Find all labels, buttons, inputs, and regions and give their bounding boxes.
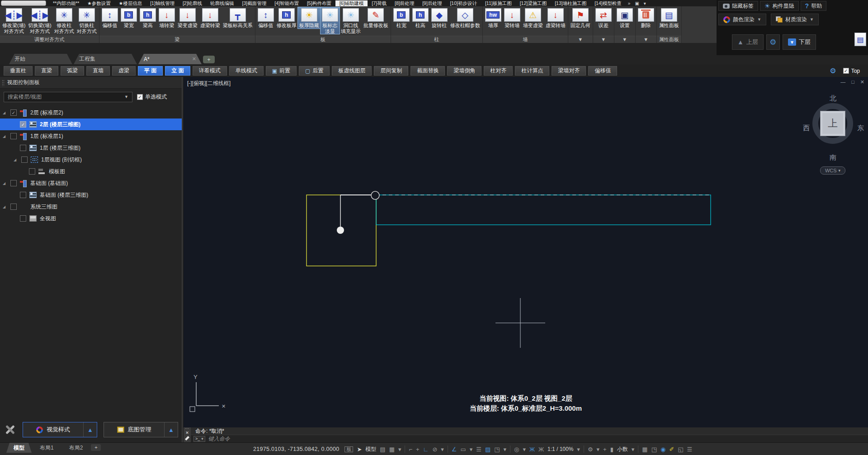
- drawing-canvas[interactable]: Y ✕ [-][俯视][二维线框] — □ ✕ 北 南 西 东 上 WCS▾ 当…: [184, 77, 868, 427]
- floor-settings-gear-icon[interactable]: ⚙: [766, 34, 780, 50]
- single-select-checkbox[interactable]: ✓单选模式: [137, 93, 167, 101]
- wrench-icon[interactable]: [185, 436, 189, 441]
- isolate-objects-icon[interactable]: ◉: [660, 446, 665, 452]
- tree-item-story1-sectionview[interactable]: ◢1层视图 (剖切框): [0, 154, 182, 166]
- minimize-icon[interactable]: —: [840, 79, 845, 85]
- new-tab-button[interactable]: +: [203, 56, 215, 63]
- beam-width-button[interactable]: b梁宽: [119, 7, 138, 28]
- straight-beam-button[interactable]: 直梁: [35, 66, 58, 76]
- toggle-column-align-button[interactable]: ✳切换柱 对齐方式: [75, 7, 98, 34]
- node-grip-point[interactable]: [337, 227, 344, 234]
- upper-floor-button[interactable]: ▲上层: [732, 34, 764, 50]
- object-snap-icon[interactable]: ∠: [452, 446, 457, 452]
- tree-item-story2-3dview[interactable]: 2层 (楼层三维图): [0, 118, 182, 130]
- tree-checkbox[interactable]: [10, 133, 17, 139]
- toolbar-gear-icon[interactable]: ⚙: [830, 66, 836, 75]
- tools-icon[interactable]: [4, 423, 16, 436]
- menu-component-layout[interactable]: [5]构件布置: [303, 0, 335, 6]
- chevron-down-icon[interactable]: ▾: [470, 446, 473, 452]
- beam-wall-align-button[interactable]: 梁墙对齐: [552, 66, 586, 76]
- tab-project-set[interactable]: 工程集: [74, 54, 137, 64]
- tree-item-system-3d[interactable]: ◢系统三维图: [0, 201, 182, 213]
- fixed-geometry-dropdown-icon[interactable]: ▼: [568, 36, 593, 43]
- tree-item-full-view[interactable]: 全视图: [0, 213, 182, 224]
- tree-item-foundation-3dview[interactable]: 基础面 (楼层三维图): [0, 189, 182, 201]
- menu-preliminary[interactable]: [10]初步设计: [446, 0, 481, 6]
- tree-checkbox[interactable]: [10, 109, 17, 116]
- menu-load[interactable]: [7]荷载: [368, 0, 391, 6]
- menu-outline-edit[interactable]: 轮廓线编辑: [206, 0, 238, 6]
- menu-outline[interactable]: [2]轮廓线: [179, 0, 206, 6]
- tab-layout2[interactable]: 布局2: [62, 443, 90, 453]
- slab-thickness-hide-button[interactable]: ☀板厚隐藏: [298, 7, 321, 28]
- menu-model-check[interactable]: [14]模型检查: [590, 0, 626, 6]
- tree-item-foundation[interactable]: ◢基础面 (基础面): [0, 177, 182, 189]
- calculator-icon[interactable]: ▦: [642, 446, 647, 452]
- slab-dashed-layer-button[interactable]: 板虚线图层: [332, 66, 372, 76]
- annotation-auto-scale-icon[interactable]: Ж: [538, 446, 544, 452]
- tree-item-story2[interactable]: ◢2层 (标准层2): [0, 107, 182, 118]
- beam-to-wall-button[interactable]: ↓梁转墙: [503, 7, 522, 28]
- slab-offset-button[interactable]: ↕偏移值: [256, 7, 275, 28]
- tree-checkbox[interactable]: [10, 180, 17, 186]
- expander-icon[interactable]: ◢: [3, 205, 7, 209]
- tree-item-story1[interactable]: ◢1层 (标准层1): [0, 130, 182, 142]
- tree-checkbox[interactable]: [20, 121, 26, 128]
- tab-current-document[interactable]: A*✕: [138, 54, 202, 64]
- arc-beam-button[interactable]: 弧梁: [61, 66, 84, 76]
- crosshair-toggle-icon[interactable]: +: [603, 446, 607, 452]
- snap-mode-icon[interactable]: ⌐: [409, 446, 412, 452]
- expand-up-icon[interactable]: ▲: [164, 422, 178, 437]
- wcs-dropdown[interactable]: WCS▾: [820, 166, 845, 175]
- close-icon[interactable]: ✕: [860, 79, 864, 85]
- column-calc-point-button[interactable]: 柱计算点: [515, 66, 549, 76]
- expander-icon[interactable]: ◢: [14, 158, 18, 162]
- color-render-dropdown[interactable]: 颜色渲染▼: [718, 14, 766, 25]
- column-height-button[interactable]: h柱高: [411, 7, 430, 28]
- compass-west[interactable]: 西: [803, 124, 810, 133]
- modify-slab-thickness-button[interactable]: h修改板厚: [275, 7, 298, 28]
- chevron-down-icon[interactable]: ▾: [577, 446, 580, 452]
- ortho-mode-icon[interactable]: ∟: [423, 446, 429, 452]
- clean-screen-icon[interactable]: ✐: [669, 446, 674, 452]
- grid-display-icon[interactable]: ▤: [380, 446, 385, 452]
- menu-story-info[interactable]: ★楼层信息: [115, 0, 146, 6]
- single-line-mode-button[interactable]: 单线模式: [229, 66, 264, 76]
- modify-column-align-button[interactable]: ✳修改柱 对齐方式: [53, 7, 75, 34]
- expand-up-icon[interactable]: ▲: [83, 422, 97, 437]
- send-back-button[interactable]: ▢后置: [299, 66, 330, 76]
- tolerance-button[interactable]: ⇄误差: [594, 7, 613, 28]
- view-cube-compass[interactable]: 北 南 西 东 上 WCS▾: [802, 94, 863, 175]
- tree-checkbox[interactable]: [10, 204, 17, 210]
- search-view-combo[interactable]: 搜索楼层/视图▼: [4, 92, 132, 102]
- beam-offset-button[interactable]: ↕偏移值: [100, 7, 119, 28]
- modify-beam-align-button[interactable]: ◀┊▶修改梁(墙) 对齐方式: [1, 7, 27, 34]
- close-icon[interactable]: ✕: [192, 56, 196, 62]
- new-layout-button[interactable]: +: [91, 444, 101, 451]
- menu-params[interactable]: ★参数设置: [83, 0, 114, 6]
- compass-south[interactable]: 南: [830, 153, 836, 162]
- delete-button[interactable]: 删除: [637, 7, 656, 28]
- menu-overflow-icon[interactable]: »: [626, 1, 633, 6]
- virtual-to-wall-button[interactable]: ↓虚梁转墙: [544, 7, 567, 28]
- menu-section[interactable]: [3]截面管理: [238, 0, 271, 6]
- hatch-display-icon[interactable]: ▨: [485, 446, 491, 452]
- grid-snap-icon[interactable]: ▦: [389, 446, 395, 452]
- viewport-controls[interactable]: [-][俯视][二维线框]: [187, 80, 231, 87]
- material-render-dropdown[interactable]: 材质渲染▼: [771, 14, 819, 25]
- section-replace-button[interactable]: 截面替换: [410, 66, 445, 76]
- maximize-icon[interactable]: □: [851, 79, 854, 85]
- tree-item-story1-3dview[interactable]: 1层 (楼层三维图): [0, 142, 182, 154]
- compass-east[interactable]: 东: [857, 124, 864, 133]
- property-panel-flyout-icon[interactable]: ▤: [854, 33, 866, 46]
- lock-ui-icon[interactable]: ◳: [651, 446, 657, 452]
- lower-floor-button[interactable]: ▼下层: [783, 34, 816, 50]
- settings-dropdown-icon[interactable]: ▼: [614, 36, 635, 43]
- column-cap-params-button[interactable]: ◇修改柱帽参数: [449, 7, 481, 28]
- tree-checkbox[interactable]: [29, 168, 35, 175]
- menu-axis[interactable]: [1]轴线管理: [146, 0, 179, 6]
- chevron-down-icon[interactable]: ▾: [632, 446, 635, 452]
- menu-wallcol-drawing[interactable]: [13]墙柱施工图: [551, 0, 590, 6]
- slab-lock-icon[interactable]: 板: [344, 446, 353, 452]
- app-button[interactable]: [1, 0, 46, 6]
